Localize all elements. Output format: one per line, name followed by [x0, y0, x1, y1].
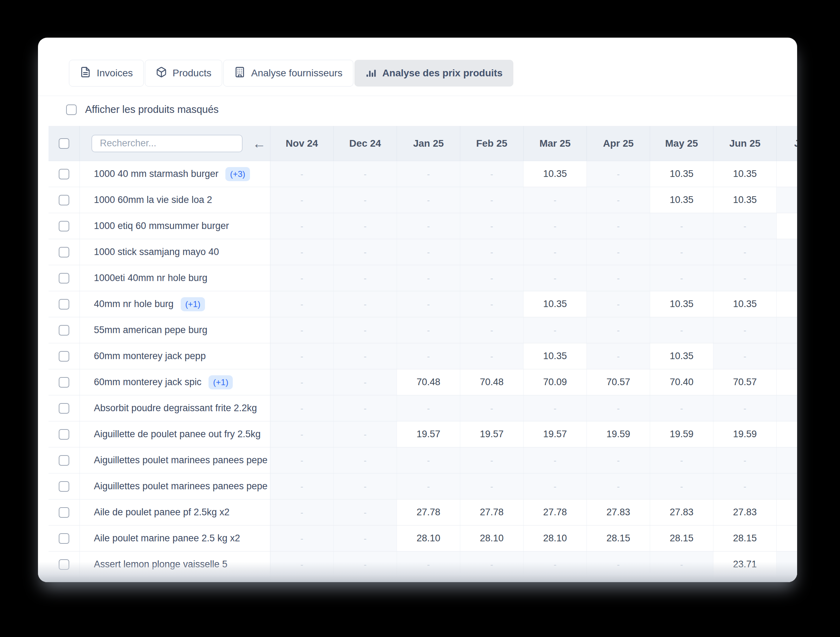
row-checkbox[interactable] [59, 299, 69, 310]
price-cell: 70.09 [524, 369, 587, 395]
empty-price-cell: - [714, 343, 777, 369]
empty-price-cell: - [587, 552, 650, 577]
empty-price-cell: - [397, 291, 460, 317]
empty-price-cell: - [270, 525, 334, 551]
empty-price-cell: - [334, 447, 397, 473]
row-checkbox-cell [49, 578, 80, 582]
price-cell: 28.10 [397, 525, 460, 551]
product-name-cell: 60mm monterey jack pepp [80, 343, 270, 369]
show-hidden-checkbox[interactable] [66, 104, 77, 115]
row-checkbox[interactable] [59, 377, 69, 387]
product-name-cell: 1000eti 40mm nr hole burg [80, 265, 270, 291]
row-checkbox[interactable] [59, 273, 69, 283]
price-cell: 19.57 [524, 421, 587, 447]
price-cell: 28.15 [587, 525, 650, 551]
table-row: 60mm monterey jack spic(+1)--70.4870.487… [49, 369, 797, 395]
empty-price-cell: - [650, 395, 714, 421]
price-cell: 10.35 [650, 343, 714, 369]
empty-price-cell: - [777, 317, 797, 343]
empty-price-cell: - [650, 265, 714, 291]
row-checkbox[interactable] [59, 429, 69, 440]
tab-analyse-fournisseurs[interactable]: Analyse fournisseurs [223, 60, 354, 87]
row-checkbox-cell [49, 213, 80, 239]
product-name: Absorbit poudre degraissant frite 2.2kg [94, 403, 257, 414]
empty-price-cell: - [714, 447, 777, 473]
row-checkbox[interactable] [59, 169, 69, 179]
month-column-header: Jul 25 [777, 126, 797, 161]
month-column-header: Nov 24 [270, 126, 334, 161]
empty-price-cell: - [270, 343, 334, 369]
row-checkbox[interactable] [59, 195, 69, 205]
bar-chart-icon [365, 66, 377, 80]
table-body: 1000 40 mm starmash burger(+3)----10.35-… [49, 161, 797, 582]
empty-price-cell: - [334, 552, 397, 577]
table-row: Absorbit poudre degraissant frite 2.2kg-… [49, 395, 797, 421]
show-hidden-label: Afficher les produits masqués [85, 104, 219, 115]
row-checkbox[interactable] [59, 403, 69, 414]
tab-label: Analyse fournisseurs [251, 68, 343, 79]
empty-price-cell: - [524, 239, 587, 265]
row-checkbox[interactable] [59, 351, 69, 362]
empty-price-cell: - [397, 161, 460, 187]
table-row: Aiguillettes poulet marinees panees pepe… [49, 473, 797, 499]
empty-price-cell: - [397, 473, 460, 499]
row-checkbox-cell [49, 343, 80, 369]
empty-price-cell: - [270, 187, 334, 213]
toolbar-divider [38, 96, 797, 96]
month-column-header: Mar 25 [524, 126, 587, 161]
empty-price-cell: - [714, 239, 777, 265]
empty-price-cell: - [524, 187, 587, 213]
empty-price-cell: - [777, 239, 797, 265]
table-row: Aiguillette de poulet panee out fry 2.5k… [49, 421, 797, 447]
product-name: Aile poulet marine panee 2.5 kg x2 [94, 533, 240, 544]
price-cell [460, 578, 524, 582]
row-checkbox[interactable] [59, 481, 69, 492]
row-checkbox[interactable] [59, 325, 69, 335]
row-checkbox-cell [49, 265, 80, 291]
search-input[interactable] [92, 135, 243, 152]
price-cell: 19.57 [397, 421, 460, 447]
tab-products[interactable]: Products [145, 60, 223, 87]
row-checkbox[interactable] [59, 247, 69, 258]
empty-price-cell: - [270, 473, 334, 499]
empty-price-cell: - [587, 395, 650, 421]
empty-price-cell: - [270, 265, 334, 291]
empty-price-cell: - [270, 499, 334, 525]
select-all-checkbox[interactable] [59, 138, 69, 149]
collapse-column-arrow-icon[interactable]: ← [253, 137, 266, 150]
empty-price-cell: - [777, 473, 797, 499]
empty-price-cell: - [334, 161, 397, 187]
select-all-cell [49, 126, 80, 161]
price-cell: 27.83 [714, 499, 777, 525]
table-row: 55mm american pepe burg--------- [49, 317, 797, 343]
empty-price-cell: - [397, 213, 460, 239]
row-checkbox-cell [49, 447, 80, 473]
empty-price-cell: - [777, 265, 797, 291]
row-checkbox[interactable] [59, 559, 69, 570]
row-checkbox[interactable] [59, 455, 69, 466]
empty-price-cell: - [460, 317, 524, 343]
empty-price-cell: - [397, 447, 460, 473]
empty-price-cell: - [334, 343, 397, 369]
empty-price-cell: - [714, 265, 777, 291]
row-checkbox[interactable] [59, 533, 69, 544]
price-cell: 10.35 [650, 161, 714, 187]
month-column-header: Jan 25 [397, 126, 460, 161]
product-name: 1000 stick ssamjang mayo 40 [94, 247, 219, 258]
tab-invoices[interactable]: Invoices [69, 60, 144, 87]
tab-analyse-prix-produits[interactable]: Analyse des prix produits [354, 60, 513, 87]
price-cell: 28.10 [524, 525, 587, 551]
product-name-cell: 1000 etiq 60 mmsummer burger [80, 213, 270, 239]
suppliers-building-icon [234, 66, 245, 80]
product-name-cell: 60mm monterey jack spic(+1) [80, 369, 270, 395]
price-cell [777, 499, 797, 525]
row-checkbox[interactable] [59, 507, 69, 518]
price-cell: 19.59 [650, 421, 714, 447]
empty-price-cell: - [270, 552, 334, 577]
row-checkbox[interactable] [59, 221, 69, 231]
table-row: 40mm nr hole burg(+1)----10.35-10.3510.3… [49, 291, 797, 317]
product-name: 1000eti 40mm nr hole burg [94, 273, 207, 283]
empty-price-cell: - [460, 343, 524, 369]
empty-price-cell: - [524, 395, 587, 421]
empty-price-cell: - [460, 265, 524, 291]
